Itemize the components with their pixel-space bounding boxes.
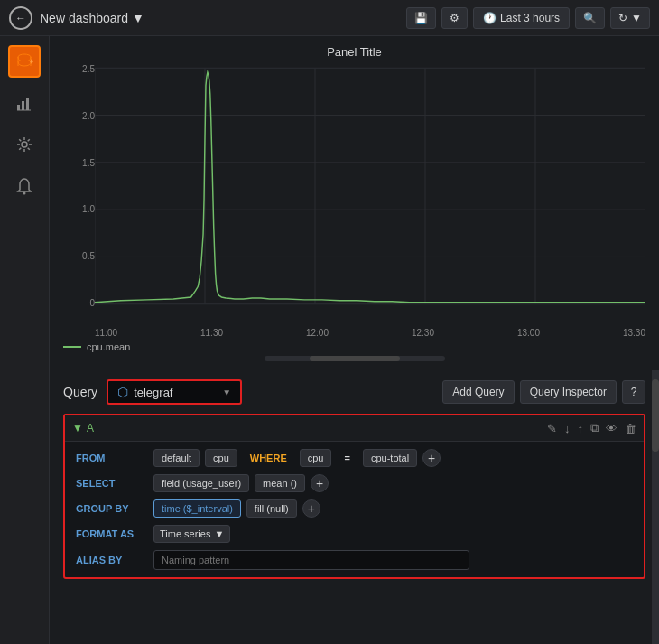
query-block-actions: ✎ ↓ ↑ ⧉ 👁 🗑	[547, 421, 636, 435]
datasource-name: telegraf	[134, 386, 217, 399]
move-up-icon[interactable]: ↑	[578, 422, 584, 435]
query-block-label: ▼ A	[72, 422, 94, 434]
delete-query-icon[interactable]: 🗑	[625, 422, 636, 435]
x-label-1300: 13:00	[517, 328, 540, 338]
groupby-fill-pill[interactable]: fill (null)	[246, 499, 297, 518]
aliasBy-label: ALIAS BY	[76, 555, 148, 565]
svg-rect-5	[26, 98, 29, 110]
query-rows: FROM default cpu WHERE cpu = cpu-total +	[65, 442, 644, 577]
x-label-1330: 13:30	[623, 328, 645, 338]
zoom-button[interactable]: 🔍	[575, 7, 605, 29]
groupby-time-pill[interactable]: time ($_interval)	[153, 499, 241, 518]
query-block-a: ▼ A ✎ ↓ ↑ ⧉ 👁 🗑 FROM	[63, 414, 645, 579]
topbar-right: 💾 ⚙ 🕐 Last 3 hours 🔍 ↻ ▼	[406, 7, 650, 29]
y-label-15: 1.5	[63, 158, 95, 168]
query-header: Query ⬡ telegraf ▼ Add Query Query Inspe…	[63, 379, 645, 405]
duplicate-icon[interactable]: ⧉	[590, 421, 599, 435]
datasource-icon: ⬡	[117, 385, 128, 399]
from-add-button[interactable]: +	[422, 449, 441, 467]
chart-scrollbar[interactable]	[63, 356, 645, 361]
y-label-10: 1.0	[63, 204, 95, 214]
edit-query-icon[interactable]: ✎	[547, 422, 557, 435]
query-inspector-button[interactable]: Query Inspector	[520, 380, 617, 404]
formatas-content: Time series ▼	[153, 525, 230, 543]
refresh-chevron-icon: ▼	[631, 12, 642, 24]
select-field-pill[interactable]: field (usage_user)	[153, 474, 249, 492]
topbar: ← New dashboard ▼ 💾 ⚙ 🕐 Last 3 hours 🔍 ↻…	[0, 0, 659, 36]
from-row: FROM default cpu WHERE cpu = cpu-total +	[76, 449, 633, 467]
settings-icon: ⚙	[450, 12, 459, 24]
aliasBy-content	[153, 550, 469, 570]
query-actions: Add Query Query Inspector ?	[442, 380, 645, 404]
query-block-header: ▼ A ✎ ↓ ↑ ⧉ 👁 🗑	[65, 415, 644, 442]
refresh-icon: ↻	[618, 12, 627, 24]
legend-label: cpu.mean	[87, 341, 130, 352]
collapse-chevron-icon[interactable]: ▼	[72, 422, 83, 434]
format-chevron-icon: ▼	[214, 528, 224, 539]
refresh-button[interactable]: ↻ ▼	[610, 7, 650, 29]
line-chart	[95, 64, 645, 308]
select-func-pill[interactable]: mean ()	[255, 474, 305, 492]
save-icon: 💾	[414, 12, 428, 24]
save-button[interactable]: 💾	[406, 7, 436, 29]
chart-icon	[15, 94, 33, 112]
groupby-label: GROUP BY	[76, 503, 148, 514]
select-row: SELECT field (usage_user) mean () +	[76, 474, 633, 492]
topbar-left: ← New dashboard ▼	[9, 6, 406, 30]
svg-rect-3	[17, 105, 20, 110]
format-select[interactable]: Time series ▼	[153, 525, 230, 543]
from-content: default cpu WHERE cpu = cpu-total +	[153, 449, 441, 467]
right-scrollbar[interactable]	[652, 370, 659, 644]
dashboard-title-text: New dashboard	[40, 11, 128, 25]
alias-input[interactable]	[153, 550, 469, 570]
equals-sign: =	[337, 450, 357, 466]
x-label-1100: 11:00	[95, 328, 117, 338]
move-down-icon[interactable]: ↓	[564, 422, 571, 435]
scrollbar-thumb	[310, 356, 400, 361]
main-container: Panel Title 2.5 2.0 1.5 1.0 0.5 0	[0, 36, 659, 644]
y-label-05: 0.5	[63, 251, 95, 261]
formatas-label: FORMAT AS	[76, 528, 148, 539]
from-measurement-pill[interactable]: cpu	[205, 449, 237, 467]
legend-line	[63, 346, 81, 348]
sidebar-item-settings[interactable]	[8, 128, 41, 161]
settings-button[interactable]: ⚙	[441, 7, 468, 29]
datasource-selector[interactable]: ⬡ telegraf ▼	[107, 379, 242, 405]
select-content: field (usage_user) mean () +	[153, 474, 329, 492]
formatas-row: FORMAT AS Time series ▼	[76, 525, 633, 543]
scrollbar-thumb-right	[652, 379, 659, 452]
sidebar-item-database[interactable]	[8, 45, 41, 78]
svg-point-7	[22, 142, 27, 147]
x-axis: 11:00 11:30 12:00 12:30 13:00 13:30	[63, 328, 645, 338]
y-label-00: 0	[63, 298, 95, 308]
from-default-pill[interactable]: default	[153, 449, 200, 467]
svg-rect-4	[22, 101, 24, 110]
back-button[interactable]: ←	[9, 6, 32, 30]
time-range-button[interactable]: 🕐 Last 3 hours	[473, 7, 570, 29]
bell-icon	[15, 177, 33, 195]
where-field-pill[interactable]: cpu	[300, 449, 332, 467]
content-area: Panel Title 2.5 2.0 1.5 1.0 0.5 0	[50, 36, 659, 644]
sidebar-item-alert[interactable]	[8, 170, 41, 202]
sidebar	[0, 36, 50, 644]
query-section: Query ⬡ telegraf ▼ Add Query Query Inspe…	[50, 370, 659, 644]
select-add-button[interactable]: +	[311, 474, 329, 492]
aliasBy-row: ALIAS BY	[76, 550, 633, 570]
clock-icon: 🕐	[483, 12, 497, 24]
gear-icon	[15, 135, 33, 154]
format-value: Time series	[160, 528, 210, 539]
from-label: FROM	[76, 453, 148, 463]
sidebar-item-chart[interactable]	[8, 87, 41, 119]
database-icon	[15, 52, 33, 70]
where-keyword: WHERE	[243, 450, 294, 466]
dashboard-title[interactable]: New dashboard ▼	[40, 11, 144, 25]
toggle-visibility-icon[interactable]: 👁	[606, 422, 617, 435]
chart-legend: cpu.mean	[63, 341, 645, 352]
where-value-pill[interactable]: cpu-total	[363, 449, 417, 467]
add-query-button[interactable]: Add Query	[442, 380, 514, 404]
groupby-add-button[interactable]: +	[302, 499, 320, 518]
select-label: SELECT	[76, 478, 148, 489]
groupby-content: time ($_interval) fill (null) +	[153, 499, 320, 518]
chart-svg	[95, 64, 645, 326]
help-button[interactable]: ?	[622, 380, 645, 404]
